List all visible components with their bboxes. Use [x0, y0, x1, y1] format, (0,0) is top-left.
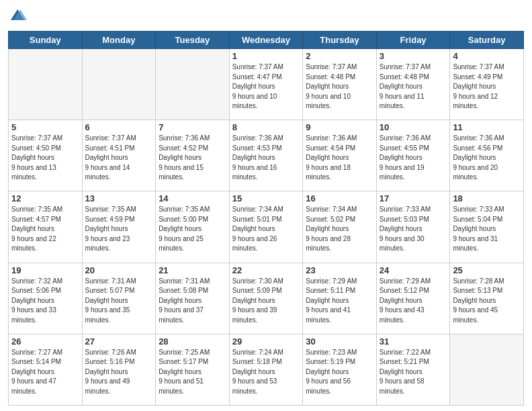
day-number: 30: [306, 336, 373, 347]
calendar-cell: 6 Sunrise: 7:37 AMSunset: 4:51 PMDayligh…: [82, 120, 156, 191]
day-number: 25: [453, 265, 521, 275]
day-header-friday: Friday: [376, 32, 450, 49]
day-number: 14: [159, 193, 226, 203]
day-number: 11: [453, 122, 521, 132]
day-info: Sunrise: 7:29 AMSunset: 5:11 PMDaylight …: [306, 277, 357, 324]
calendar-cell: 12 Sunrise: 7:35 AMSunset: 4:57 PMDaylig…: [9, 191, 83, 263]
day-number: 2: [306, 51, 373, 61]
calendar-week-4: 19 Sunrise: 7:32 AMSunset: 5:06 PMDaylig…: [9, 263, 524, 334]
calendar-cell: 15 Sunrise: 7:34 AMSunset: 5:01 PMDaylig…: [229, 191, 303, 263]
day-number: 31: [380, 336, 447, 347]
calendar-cell: 8 Sunrise: 7:36 AMSunset: 4:53 PMDayligh…: [229, 120, 303, 191]
calendar-cell: 22 Sunrise: 7:30 AMSunset: 5:09 PMDaylig…: [229, 263, 303, 334]
day-info: Sunrise: 7:34 AMSunset: 5:01 PMDaylight …: [232, 205, 283, 252]
day-number: 15: [232, 193, 300, 203]
day-header-tuesday: Tuesday: [156, 32, 230, 49]
day-info: Sunrise: 7:28 AMSunset: 5:13 PMDaylight …: [453, 277, 504, 324]
day-number: 3: [380, 51, 447, 61]
day-header-wednesday: Wednesday: [229, 32, 303, 49]
page: SundayMondayTuesdayWednesdayThursdayFrid…: [0, 0, 532, 411]
day-info: Sunrise: 7:26 AMSunset: 5:16 PMDaylight …: [85, 349, 136, 395]
day-info: Sunrise: 7:24 AMSunset: 5:18 PMDaylight …: [232, 349, 283, 395]
day-number: 27: [85, 336, 153, 347]
day-info: Sunrise: 7:34 AMSunset: 5:02 PMDaylight …: [306, 205, 357, 252]
calendar-cell: [156, 49, 230, 120]
day-info: Sunrise: 7:36 AMSunset: 4:52 PMDaylight …: [159, 134, 210, 181]
calendar-cell: 4 Sunrise: 7:37 AMSunset: 4:49 PMDayligh…: [450, 49, 524, 120]
day-info: Sunrise: 7:36 AMSunset: 4:54 PMDaylight …: [306, 134, 357, 181]
day-info: Sunrise: 7:33 AMSunset: 5:04 PMDaylight …: [453, 205, 504, 252]
day-number: 9: [306, 122, 373, 132]
day-number: 7: [159, 122, 226, 132]
day-info: Sunrise: 7:37 AMSunset: 4:48 PMDaylight …: [380, 63, 431, 109]
day-number: 1: [232, 51, 300, 61]
calendar-table: SundayMondayTuesdayWednesdayThursdayFrid…: [8, 31, 524, 406]
day-number: 28: [159, 336, 226, 347]
day-number: 16: [306, 193, 373, 203]
day-number: 20: [85, 265, 153, 275]
calendar-cell: 24 Sunrise: 7:29 AMSunset: 5:12 PMDaylig…: [376, 263, 450, 334]
calendar-header-row: SundayMondayTuesdayWednesdayThursdayFrid…: [9, 32, 524, 49]
calendar-cell: 17 Sunrise: 7:33 AMSunset: 5:03 PMDaylig…: [376, 191, 450, 263]
day-info: Sunrise: 7:30 AMSunset: 5:09 PMDaylight …: [232, 277, 283, 324]
day-info: Sunrise: 7:33 AMSunset: 5:03 PMDaylight …: [380, 205, 431, 252]
day-number: 8: [232, 122, 300, 132]
calendar-cell: 13 Sunrise: 7:35 AMSunset: 4:59 PMDaylig…: [82, 191, 156, 263]
day-info: Sunrise: 7:37 AMSunset: 4:49 PMDaylight …: [453, 63, 504, 109]
day-info: Sunrise: 7:37 AMSunset: 4:47 PMDaylight …: [232, 63, 283, 109]
day-header-monday: Monday: [82, 32, 156, 49]
calendar-cell: 29 Sunrise: 7:24 AMSunset: 5:18 PMDaylig…: [229, 334, 303, 405]
calendar-cell: 16 Sunrise: 7:34 AMSunset: 5:02 PMDaylig…: [303, 191, 377, 263]
day-number: 29: [232, 336, 300, 347]
day-info: Sunrise: 7:29 AMSunset: 5:12 PMDaylight …: [380, 277, 431, 324]
day-number: 21: [159, 265, 226, 275]
day-number: 18: [453, 193, 521, 203]
logo-icon: [8, 7, 27, 26]
day-number: 12: [11, 193, 79, 203]
calendar-cell: 25 Sunrise: 7:28 AMSunset: 5:13 PMDaylig…: [450, 263, 524, 334]
day-info: Sunrise: 7:25 AMSunset: 5:17 PMDaylight …: [159, 349, 210, 395]
calendar-week-2: 5 Sunrise: 7:37 AMSunset: 4:50 PMDayligh…: [9, 120, 524, 191]
calendar-cell: [9, 49, 83, 120]
calendar-cell: 31 Sunrise: 7:22 AMSunset: 5:21 PMDaylig…: [376, 334, 450, 405]
calendar-cell: 21 Sunrise: 7:31 AMSunset: 5:08 PMDaylig…: [156, 263, 230, 334]
day-number: 22: [232, 265, 300, 275]
calendar-cell: 9 Sunrise: 7:36 AMSunset: 4:54 PMDayligh…: [303, 120, 377, 191]
day-info: Sunrise: 7:37 AMSunset: 4:48 PMDaylight …: [306, 63, 357, 109]
calendar-week-5: 26 Sunrise: 7:27 AMSunset: 5:14 PMDaylig…: [9, 334, 524, 405]
calendar-cell: 11 Sunrise: 7:36 AMSunset: 4:56 PMDaylig…: [450, 120, 524, 191]
day-info: Sunrise: 7:23 AMSunset: 5:19 PMDaylight …: [306, 349, 357, 395]
day-info: Sunrise: 7:37 AMSunset: 4:51 PMDaylight …: [85, 134, 136, 181]
calendar-week-3: 12 Sunrise: 7:35 AMSunset: 4:57 PMDaylig…: [9, 191, 524, 263]
day-header-thursday: Thursday: [303, 32, 377, 49]
calendar-cell: 23 Sunrise: 7:29 AMSunset: 5:11 PMDaylig…: [303, 263, 377, 334]
day-number: 4: [453, 51, 521, 61]
day-info: Sunrise: 7:35 AMSunset: 5:00 PMDaylight …: [159, 205, 210, 252]
day-info: Sunrise: 7:35 AMSunset: 4:57 PMDaylight …: [11, 205, 62, 252]
calendar-cell: 28 Sunrise: 7:25 AMSunset: 5:17 PMDaylig…: [156, 334, 230, 405]
day-number: 6: [85, 122, 153, 132]
day-info: Sunrise: 7:35 AMSunset: 4:59 PMDaylight …: [85, 205, 136, 252]
calendar-cell: 27 Sunrise: 7:26 AMSunset: 5:16 PMDaylig…: [82, 334, 156, 405]
day-number: 10: [380, 122, 447, 132]
day-number: 24: [380, 265, 447, 275]
day-header-sunday: Sunday: [9, 32, 83, 49]
calendar-cell: 5 Sunrise: 7:37 AMSunset: 4:50 PMDayligh…: [9, 120, 83, 191]
day-info: Sunrise: 7:37 AMSunset: 4:50 PMDaylight …: [11, 134, 62, 181]
calendar-cell: 1 Sunrise: 7:37 AMSunset: 4:47 PMDayligh…: [229, 49, 303, 120]
day-info: Sunrise: 7:36 AMSunset: 4:53 PMDaylight …: [232, 134, 283, 181]
calendar-cell: 14 Sunrise: 7:35 AMSunset: 5:00 PMDaylig…: [156, 191, 230, 263]
day-number: 26: [11, 336, 79, 347]
day-info: Sunrise: 7:36 AMSunset: 4:55 PMDaylight …: [380, 134, 431, 181]
calendar-cell: 10 Sunrise: 7:36 AMSunset: 4:55 PMDaylig…: [376, 120, 450, 191]
calendar-cell: 18 Sunrise: 7:33 AMSunset: 5:04 PMDaylig…: [450, 191, 524, 263]
calendar-cell: 30 Sunrise: 7:23 AMSunset: 5:19 PMDaylig…: [303, 334, 377, 405]
day-header-saturday: Saturday: [450, 32, 524, 49]
day-info: Sunrise: 7:31 AMSunset: 5:07 PMDaylight …: [85, 277, 136, 324]
day-info: Sunrise: 7:27 AMSunset: 5:14 PMDaylight …: [11, 349, 62, 395]
calendar-cell: 7 Sunrise: 7:36 AMSunset: 4:52 PMDayligh…: [156, 120, 230, 191]
day-number: 17: [380, 193, 447, 203]
calendar-cell: 19 Sunrise: 7:32 AMSunset: 5:06 PMDaylig…: [9, 263, 83, 334]
day-number: 19: [11, 265, 79, 275]
day-info: Sunrise: 7:36 AMSunset: 4:56 PMDaylight …: [453, 134, 504, 181]
